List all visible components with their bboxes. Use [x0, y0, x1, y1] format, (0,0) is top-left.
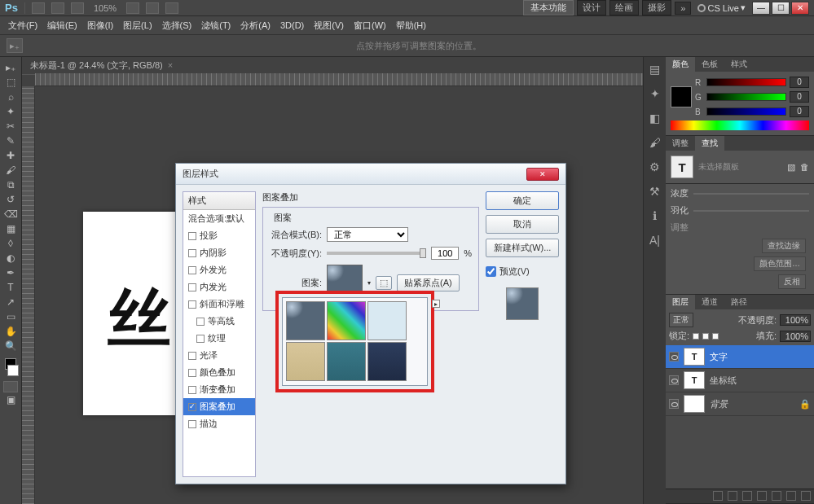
menu-view[interactable]: 视图(V) — [310, 18, 347, 33]
flyout-menu-icon[interactable] — [432, 300, 440, 308]
stamp-tool-icon[interactable]: ⧉ — [2, 177, 19, 192]
style-pattern-overlay[interactable]: 图案叠加 — [183, 398, 255, 415]
opacity-slider[interactable] — [327, 252, 426, 255]
color-preview[interactable] — [671, 86, 692, 107]
blend-options-item[interactable]: 混合选项:默认 — [183, 210, 255, 227]
eyedropper-tool-icon[interactable]: ✎ — [2, 134, 19, 148]
tab-styles[interactable]: 样式 — [724, 57, 754, 72]
fx-icon[interactable] — [728, 491, 737, 501]
pattern-swatch-lightblue[interactable] — [367, 301, 407, 340]
toolbar-icon[interactable] — [126, 2, 139, 14]
info-panel-icon[interactable]: ℹ — [648, 208, 662, 223]
lasso-tool-icon[interactable]: ⌕ — [2, 90, 19, 104]
healing-tool-icon[interactable]: ✚ — [2, 148, 19, 163]
workspace-essentials[interactable]: 基本功能 — [523, 0, 574, 15]
zoom-tool-icon[interactable]: 🔍 — [2, 339, 19, 353]
path-tool-icon[interactable]: ↗ — [2, 295, 19, 309]
gradient-tool-icon[interactable]: ▦ — [2, 221, 19, 236]
menu-edit[interactable]: 编辑(E) — [44, 18, 81, 33]
styles-header[interactable]: 样式 — [183, 192, 255, 210]
lock-position-icon[interactable] — [702, 333, 709, 340]
link-layers-icon[interactable] — [713, 491, 723, 501]
blend-mode-select[interactable]: 正常 — [327, 227, 408, 242]
g-slider[interactable] — [706, 93, 786, 101]
crop-tool-icon[interactable]: ✂ — [2, 119, 19, 134]
density-slider[interactable] — [693, 193, 809, 195]
tab-color[interactable]: 颜色 — [666, 57, 695, 72]
tab-channels[interactable]: 通道 — [695, 295, 724, 309]
dialog-close-button[interactable]: ✕ — [526, 168, 559, 181]
tab-adjust[interactable]: 调整 — [666, 136, 695, 151]
zoom-level[interactable]: 105% — [90, 3, 120, 13]
tab-paths[interactable]: 路径 — [724, 295, 754, 309]
eraser-tool-icon[interactable]: ⌫ — [2, 207, 19, 221]
tab-swatches[interactable]: 色板 — [695, 57, 724, 72]
shape-tool-icon[interactable]: ▭ — [2, 309, 19, 324]
ok-button[interactable]: 确定 — [486, 191, 559, 210]
tool-presets-icon[interactable]: ⚙ — [648, 160, 662, 174]
toolbar-icon[interactable] — [51, 2, 64, 14]
color-swatches[interactable] — [2, 358, 19, 376]
opacity-input[interactable] — [431, 247, 459, 260]
color-range-btn[interactable]: 颜色范围… — [754, 256, 806, 271]
menu-file[interactable]: 文件(F) — [5, 18, 41, 33]
dialog-titlebar[interactable]: 图层样式 ✕ — [176, 164, 565, 185]
opacity-value[interactable]: 100% — [780, 314, 811, 326]
pattern-swatch-sand[interactable] — [286, 342, 325, 381]
tab-find[interactable]: 查找 — [695, 136, 724, 151]
preview-checkbox[interactable]: 预览(V) — [486, 265, 559, 278]
background-swatch[interactable] — [7, 365, 19, 376]
menu-window[interactable]: 窗口(W) — [350, 18, 389, 33]
brush-tool-icon[interactable]: 🖌 — [2, 163, 19, 177]
toolbar-icon[interactable] — [146, 2, 159, 14]
lock-pixels-icon[interactable] — [693, 333, 699, 340]
blur-tool-icon[interactable]: ◊ — [2, 236, 19, 251]
fill-value[interactable]: 100% — [780, 331, 811, 342]
find-edges-btn[interactable]: 查找边缘 — [762, 239, 806, 253]
tab-layers[interactable]: 图层 — [666, 295, 695, 309]
panel-icon[interactable]: 🗑 — [800, 162, 809, 172]
b-value[interactable]: 0 — [790, 106, 809, 117]
menu-image[interactable]: 图像(I) — [84, 18, 117, 33]
menu-analysis[interactable]: 分析(A) — [237, 18, 274, 33]
style-texture[interactable]: 纹理 — [183, 330, 255, 347]
screenmode-icon[interactable]: ▣ — [2, 392, 19, 407]
r-slider[interactable] — [706, 78, 786, 86]
layer-name[interactable]: 坐标纸 — [710, 375, 737, 387]
pen-tool-icon[interactable]: ✒ — [2, 265, 19, 280]
move-tool-icon[interactable]: ▸₊ — [2, 60, 19, 75]
spectrum-bar[interactable] — [671, 121, 809, 130]
invert-btn[interactable]: 反相 — [778, 274, 806, 289]
type-tool-icon[interactable]: T — [2, 280, 19, 295]
layer-row[interactable]: 背景 🔒 — [666, 392, 814, 416]
b-slider[interactable] — [706, 107, 786, 116]
layer-name[interactable]: 背景 — [710, 398, 728, 410]
history-panel-icon[interactable]: ▤ — [648, 62, 662, 77]
style-outer-glow[interactable]: 外发光 — [183, 261, 255, 278]
toolbar-icon[interactable] — [32, 2, 45, 14]
styles-panel-icon[interactable]: ◧ — [648, 111, 662, 125]
workspace-painting[interactable]: 绘画 — [609, 0, 639, 15]
blend-mode-select[interactable]: 正常 — [669, 313, 693, 327]
toolbar-icon[interactable] — [165, 2, 178, 14]
actions-panel-icon[interactable]: ✦ — [648, 86, 662, 101]
menu-layer[interactable]: 图层(L) — [120, 18, 155, 33]
pattern-swatch-bubbles[interactable] — [286, 301, 325, 340]
style-drop-shadow[interactable]: 投影 — [183, 227, 255, 244]
feather-slider[interactable] — [693, 210, 809, 212]
style-bevel[interactable]: 斜面和浮雕 — [183, 296, 255, 313]
menu-3d[interactable]: 3D(D) — [277, 19, 307, 32]
workspace-more[interactable]: » — [675, 2, 691, 15]
menu-select[interactable]: 选择(S) — [159, 18, 196, 33]
layer-row[interactable]: T 坐标纸 — [666, 369, 814, 392]
menu-filter[interactable]: 滤镜(T) — [198, 18, 234, 33]
layer-name[interactable]: 文字 — [710, 351, 728, 363]
dodge-tool-icon[interactable]: ◐ — [2, 251, 19, 265]
hand-tool-icon[interactable]: ✋ — [2, 324, 19, 339]
window-maximize[interactable]: ☐ — [772, 2, 790, 15]
group-icon[interactable] — [772, 491, 781, 501]
wand-tool-icon[interactable]: ✦ — [2, 104, 19, 119]
style-color-overlay[interactable]: 颜色叠加 — [183, 364, 255, 381]
window-close[interactable]: ✕ — [791, 2, 809, 15]
new-pattern-icon[interactable]: ⬚ — [376, 276, 392, 290]
